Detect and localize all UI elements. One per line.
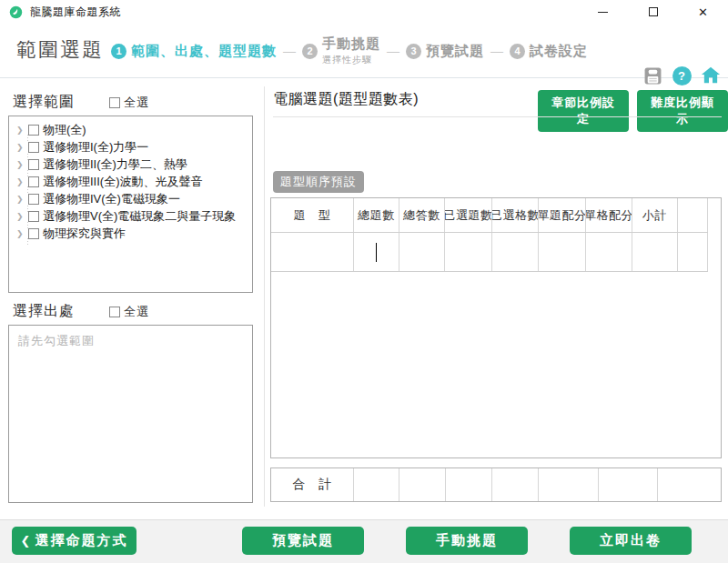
step-3-circle: 3 [406, 44, 421, 59]
col-header-subtotal: 小計 [632, 198, 678, 232]
minimize-icon [598, 12, 608, 13]
cell-total-questions-input[interactable] [354, 233, 399, 271]
tree-item-label: 選修物理III(全)波動、光及聲音 [43, 174, 203, 190]
table-header-row: 題 型 總題數 總答數 已選題數 已選格數 單題配分 單格配分 小計 [271, 198, 708, 233]
expand-chevron-icon[interactable]: ❯ [16, 126, 28, 135]
total-selected-questions-value [446, 468, 492, 501]
page-title: 範圍選題 [16, 36, 104, 64]
source-select-all[interactable]: 全選 [109, 304, 149, 320]
cell-total-answers[interactable] [399, 233, 445, 271]
step-dash: — [490, 44, 503, 58]
tree-item-physics-5[interactable]: ❯ 選修物理V(全)電磁現象二與量子現象 [9, 207, 252, 225]
maximize-button[interactable] [628, 0, 678, 24]
col-header-points-per-question: 單題配分 [539, 198, 586, 232]
close-button[interactable]: ✕ [678, 0, 728, 24]
total-answers-value [399, 468, 446, 501]
cell-points-per-question[interactable] [539, 233, 586, 271]
app-logo-icon [9, 5, 23, 19]
cell-subtotal[interactable] [632, 233, 678, 271]
save-icon [643, 66, 662, 85]
tree-item-checkbox[interactable] [28, 176, 39, 187]
tree-item-physics-3[interactable]: ❯ 選修物理III(全)波動、光及聲音 [9, 173, 252, 190]
cell-points-per-cell[interactable] [586, 233, 632, 271]
tree-item-physics-inquiry[interactable]: ❯ 物理探究與實作 [9, 225, 252, 242]
col-header-type: 題 型 [271, 198, 354, 232]
home-button[interactable] [701, 65, 721, 85]
expand-chevron-icon[interactable]: ❯ [16, 229, 28, 238]
question-order-badge: 題型順序預設 [273, 171, 364, 193]
range-tree: ❯ 物理(全) ❯ 選修物理I(全)力學一 ❯ 選修物理II(全)力學二、熱學 … [8, 116, 253, 293]
tree-item-physics-all[interactable]: ❯ 物理(全) [9, 121, 252, 138]
range-select-all-checkbox[interactable] [109, 97, 120, 108]
back-button-label: 選擇命題方式 [35, 532, 127, 549]
source-select-all-label: 全選 [124, 304, 149, 320]
step-2-label: 手動挑題 [322, 35, 380, 53]
step-4-paper-settings[interactable]: 4 試卷設定 [510, 43, 588, 60]
source-list[interactable]: 請先勾選範圍 [8, 325, 253, 503]
source-section-title: 選擇出處 [13, 302, 75, 321]
tree-item-checkbox[interactable] [28, 211, 39, 222]
totals-row: 合 計 [270, 467, 722, 502]
total-points-per-cell-value [599, 468, 658, 501]
tree-item-checkbox[interactable] [28, 125, 39, 136]
expand-chevron-icon[interactable]: ❯ [16, 160, 28, 169]
step-dash: — [283, 44, 296, 58]
tree-item-physics-2[interactable]: ❯ 選修物理II(全)力學二、熱學 [9, 156, 252, 173]
save-button[interactable] [642, 65, 662, 85]
tree-item-label: 選修物理IV(全)電磁現象一 [43, 191, 180, 207]
range-select-all[interactable]: 全選 [109, 95, 149, 111]
expand-chevron-icon[interactable]: ❯ [16, 143, 28, 152]
step-dash: — [387, 44, 399, 58]
expand-chevron-icon[interactable]: ❯ [16, 177, 28, 186]
expand-chevron-icon[interactable]: ❯ [16, 195, 28, 204]
source-select-all-checkbox[interactable] [109, 307, 120, 317]
range-section-header: 選擇範圍 全選 [13, 93, 149, 112]
col-header-spacer [678, 198, 708, 232]
tree-item-physics-1[interactable]: ❯ 選修物理I(全)力學一 [9, 138, 252, 156]
step-3-preview[interactable]: 3 預覽試題 [406, 43, 484, 60]
tree-item-label: 物理探究與實作 [43, 226, 126, 242]
step-1-circle: 1 [111, 44, 126, 59]
tree-item-checkbox[interactable] [28, 142, 39, 153]
step-1-label: 範圍、出處、題型題數 [131, 43, 277, 60]
cell-selected-cells[interactable] [492, 233, 539, 271]
panel-divider [264, 86, 265, 507]
tree-item-label: 物理(全) [43, 122, 86, 138]
wizard-header: 範圍選題 1 範圍、出處、題型題數 — 2 手動挑題 選擇性步驟 — 3 預覽試… [0, 24, 728, 78]
chevron-left-icon: ❮ [21, 534, 31, 548]
help-button[interactable]: ? [672, 65, 692, 85]
step-1-range[interactable]: 1 範圍、出處、題型題數 [111, 43, 277, 60]
cell-selected-questions[interactable] [445, 233, 492, 271]
step-2-sublabel: 選擇性步驟 [322, 54, 380, 66]
minimize-button[interactable] [578, 0, 628, 24]
home-icon [701, 65, 721, 85]
total-selected-cells-value [492, 468, 539, 501]
chapter-ratio-button[interactable]: 章節比例設定 [538, 90, 629, 132]
step-2-circle: 2 [302, 44, 318, 59]
cell-type[interactable] [271, 233, 354, 271]
tree-item-checkbox[interactable] [28, 194, 39, 205]
back-to-mode-button[interactable]: ❮ 選擇命題方式 [12, 527, 136, 555]
app-window: 龍騰題庫命題系統 ✕ 範圍選題 1 範圍、出處、題型題數 — 2 手動挑題 選擇… [0, 0, 728, 563]
text-caret [376, 243, 378, 262]
table-row [271, 233, 708, 272]
total-questions-value [354, 468, 399, 501]
question-type-table: 題 型 總題數 總答數 已選題數 已選格數 單題配分 單格配分 小計 [270, 197, 722, 458]
close-icon: ✕ [698, 6, 708, 18]
preview-questions-button[interactable]: 預覽試題 [242, 527, 364, 555]
source-placeholder: 請先勾選範圍 [9, 326, 252, 357]
computer-selection-title: 電腦選題(題型題數表) [273, 90, 419, 109]
manual-pick-button[interactable]: 手動挑題 [406, 527, 528, 555]
generate-paper-button[interactable]: 立即出卷 [570, 527, 692, 555]
difficulty-ratio-button[interactable]: 難度比例顯示 [637, 90, 728, 132]
col-header-selected-cells: 已選格數 [492, 198, 539, 232]
tree-item-checkbox[interactable] [28, 159, 39, 170]
cell-spacer [678, 233, 708, 271]
col-header-selected-questions: 已選題數 [445, 198, 492, 232]
tree-item-physics-4[interactable]: ❯ 選修物理IV(全)電磁現象一 [9, 190, 252, 207]
step-2-manual-pick[interactable]: 2 手動挑題 選擇性步驟 [302, 35, 380, 66]
col-header-total-questions: 總題數 [354, 198, 399, 232]
expand-chevron-icon[interactable]: ❯ [16, 212, 28, 221]
step-4-circle: 4 [510, 44, 525, 59]
tree-item-checkbox[interactable] [28, 228, 39, 239]
